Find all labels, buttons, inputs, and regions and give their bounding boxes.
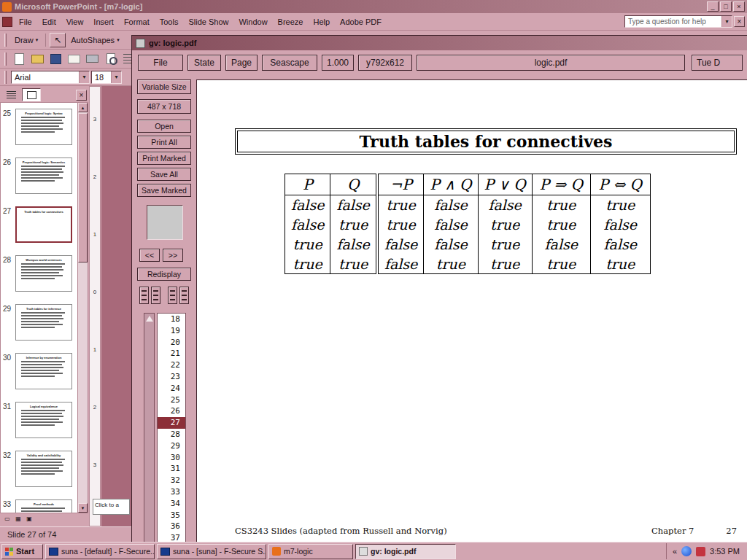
toolbar-grip[interactable] bbox=[4, 71, 7, 84]
document-close-button[interactable]: × bbox=[734, 16, 745, 27]
slide-thumbnail[interactable]: Logical equivalence bbox=[15, 402, 72, 438]
slide-thumbnail[interactable]: Validity and satisfiability bbox=[15, 451, 72, 487]
mark-page-button[interactable] bbox=[139, 287, 149, 304]
restore-button[interactable]: □ bbox=[720, 1, 732, 12]
start-button[interactable]: Start bbox=[1, 544, 43, 559]
tray-app-icon-blue[interactable] bbox=[681, 546, 692, 556]
page-scroll-slider[interactable] bbox=[144, 313, 155, 543]
open-toolbar-button[interactable] bbox=[29, 51, 46, 67]
menu-item-slide-show[interactable]: Slide Show bbox=[183, 15, 233, 28]
help-question-box[interactable]: Type a question for help ▾ bbox=[624, 15, 732, 28]
taskbar-task-2[interactable]: suna - [suna] - F-Secure S... bbox=[157, 544, 266, 559]
menu-item-edit[interactable]: Edit bbox=[37, 15, 61, 28]
gv-filename-button[interactable]: logic.pdf bbox=[417, 55, 685, 71]
unmark-page-button[interactable] bbox=[168, 287, 177, 304]
toolbar-grip[interactable] bbox=[4, 34, 7, 47]
previous-page-button[interactable]: << bbox=[139, 249, 160, 262]
print-all-button[interactable]: Print All bbox=[137, 136, 191, 149]
gv-page-number-25[interactable]: 25 bbox=[158, 394, 185, 406]
autoshapes-menu-button[interactable]: AutoShapes ▾ bbox=[67, 34, 123, 46]
font-name-combo[interactable]: Arial ▾ bbox=[11, 71, 90, 84]
save-all-button[interactable]: Save All bbox=[137, 168, 191, 181]
gv-page-number-34[interactable]: 34 bbox=[158, 498, 185, 510]
gv-page-number-27[interactable]: 27 bbox=[158, 417, 185, 429]
slide-text-placeholder[interactable]: Click to a bbox=[93, 499, 130, 515]
slide-thumbnail-item-30[interactable]: 30Inference by enumeration bbox=[2, 353, 77, 391]
scroll-up-icon[interactable]: ▲ bbox=[78, 103, 88, 112]
save-toolbar-button[interactable] bbox=[47, 51, 64, 67]
slide-thumbnail[interactable]: Propositional logic: Syntax bbox=[15, 109, 72, 145]
slide-thumbnail[interactable]: Proof methods bbox=[15, 499, 72, 513]
tray-app-icon-red[interactable] bbox=[696, 547, 705, 556]
gv-file-menu[interactable]: File bbox=[138, 55, 183, 71]
slide-thumbnail[interactable]: Wumpus world sentences bbox=[15, 255, 72, 292]
menu-item-view[interactable]: View bbox=[61, 15, 89, 28]
redisplay-button[interactable]: Redisplay bbox=[137, 268, 191, 281]
slide-sorter-view-icon[interactable]: ▦ bbox=[13, 514, 23, 524]
slide-thumbnail-item-29[interactable]: 29Truth tables for inference bbox=[2, 304, 77, 342]
taskbar-task-4[interactable]: gv: logic.pdf bbox=[355, 544, 456, 559]
gv-page-number-35[interactable]: 35 bbox=[158, 510, 185, 521]
gv-page-number-24[interactable]: 24 bbox=[158, 383, 185, 394]
menu-item-insert[interactable]: Insert bbox=[88, 15, 119, 28]
page-size-button[interactable]: 487 x 718 bbox=[137, 99, 191, 114]
dropdown-arrow-icon[interactable]: ▾ bbox=[79, 71, 89, 83]
ghostview-titlebar[interactable]: gv: logic.pdf bbox=[132, 36, 747, 50]
gv-page-number-18[interactable]: 18 bbox=[158, 314, 185, 325]
tray-chevron-icon[interactable]: « bbox=[673, 547, 677, 556]
scroll-down-icon[interactable]: ▼ bbox=[78, 503, 88, 513]
gv-page-number-36[interactable]: 36 bbox=[158, 521, 185, 532]
select-pointer-button[interactable]: ↖ bbox=[50, 33, 66, 47]
gv-page-number-22[interactable]: 22 bbox=[158, 359, 185, 371]
dropdown-arrow-icon[interactable]: ▾ bbox=[721, 16, 732, 27]
new-toolbar-button[interactable] bbox=[11, 51, 28, 67]
slide-thumbnail-item-33[interactable]: 33Proof methods bbox=[2, 499, 77, 513]
gv-page-number-29[interactable]: 29 bbox=[158, 440, 185, 452]
slideshow-view-icon[interactable]: ▣ bbox=[24, 514, 34, 524]
variable-size-button[interactable]: Variable Size bbox=[137, 79, 191, 94]
minimize-button[interactable]: _ bbox=[707, 1, 719, 12]
menu-item-tools[interactable]: Tools bbox=[155, 15, 184, 28]
close-button[interactable]: × bbox=[733, 1, 745, 12]
font-size-combo[interactable]: 18 ▾ bbox=[91, 71, 122, 84]
panel-close-button[interactable]: × bbox=[76, 90, 87, 101]
mail-toolbar-button[interactable] bbox=[66, 51, 82, 67]
slide-thumbnail-item-32[interactable]: 32Validity and satisfiability bbox=[2, 451, 77, 489]
slide-thumbnail[interactable]: Truth tables for connectives bbox=[15, 206, 72, 243]
draw-menu-button[interactable]: Draw ▾ bbox=[11, 34, 42, 46]
gv-page-number-31[interactable]: 31 bbox=[158, 463, 185, 475]
scrollbar-thumb[interactable] bbox=[78, 113, 88, 262]
mark-page-button[interactable] bbox=[151, 287, 160, 304]
menu-item-format[interactable]: Format bbox=[119, 15, 155, 28]
slide-thumbnail-item-31[interactable]: 31Logical equivalence bbox=[2, 402, 77, 440]
gv-page-number-30[interactable]: 30 bbox=[158, 452, 185, 464]
slide-thumbnail-item-28[interactable]: 28Wumpus world sentences bbox=[2, 255, 77, 293]
gv-page-number-28[interactable]: 28 bbox=[158, 429, 185, 440]
gv-page-number-20[interactable]: 20 bbox=[158, 337, 185, 349]
menu-item-breeze[interactable]: Breeze bbox=[273, 15, 309, 28]
gv-page-number-21[interactable]: 21 bbox=[158, 348, 185, 359]
slide-thumbnail[interactable]: Truth tables for inference bbox=[15, 304, 72, 341]
menu-item-file[interactable]: File bbox=[14, 15, 37, 28]
slides-scrollbar[interactable]: ▲ ▼ bbox=[77, 103, 88, 513]
gv-state-menu[interactable]: State bbox=[187, 55, 221, 71]
slides-tab[interactable] bbox=[22, 88, 41, 101]
toolbar-grip[interactable] bbox=[4, 52, 7, 66]
menu-item-window[interactable]: Window bbox=[233, 15, 272, 28]
taskbar-task-3[interactable]: m7-logic bbox=[268, 544, 353, 559]
gv-page-number-33[interactable]: 33 bbox=[158, 486, 185, 498]
gv-page-number-32[interactable]: 32 bbox=[158, 475, 185, 486]
slide-thumbnail[interactable]: Propositional logic: Semantics bbox=[15, 158, 72, 194]
taskbar-task-1[interactable]: suna - [default] - F-Secure... bbox=[45, 544, 155, 559]
normal-view-icon[interactable]: ▭ bbox=[2, 514, 12, 524]
gv-page-number-23[interactable]: 23 bbox=[158, 371, 185, 383]
print-marked-button[interactable]: Print Marked bbox=[137, 152, 191, 165]
open-button[interactable]: Open bbox=[137, 120, 191, 133]
menu-item-adobe-pdf[interactable]: Adobe PDF bbox=[335, 15, 387, 28]
next-page-button[interactable]: >> bbox=[163, 249, 183, 262]
slide-thumbnail-item-26[interactable]: 26Propositional logic: Semantics bbox=[2, 158, 77, 195]
dropdown-arrow-icon[interactable]: ▾ bbox=[111, 71, 121, 83]
preview-toolbar-button[interactable] bbox=[102, 51, 119, 67]
slide-thumbnail-item-27[interactable]: 27Truth tables for connectives bbox=[2, 206, 77, 244]
outline-tab[interactable] bbox=[1, 88, 20, 101]
